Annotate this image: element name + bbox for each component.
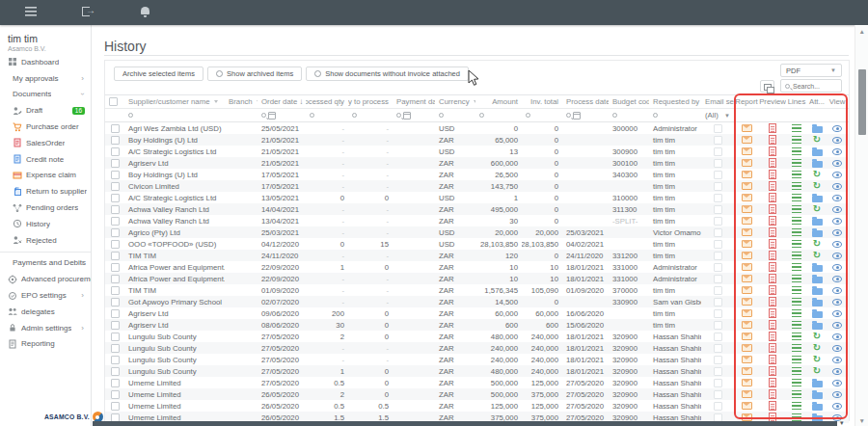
column-header-currency[interactable]: Currency: [435, 97, 475, 106]
attachment-folder-icon[interactable]: [812, 126, 823, 133]
report-email-icon[interactable]: [742, 159, 752, 167]
select-all-checkbox[interactable]: [109, 97, 118, 106]
lines-icon[interactable]: [792, 124, 801, 133]
search-icon[interactable]: [128, 113, 133, 118]
preview-pdf-icon[interactable]: [769, 389, 776, 399]
preview-pdf-icon[interactable]: [769, 135, 776, 145]
lines-icon[interactable]: [792, 309, 801, 318]
row-checkbox[interactable]: [111, 217, 120, 226]
row-checkbox[interactable]: [111, 367, 120, 376]
search-icon[interactable]: [352, 113, 357, 118]
view-eye-icon[interactable]: [832, 206, 842, 213]
attachment-sync-icon[interactable]: ↻: [813, 136, 821, 144]
email-sent-checkbox[interactable]: [714, 124, 722, 133]
filter-icon[interactable]: [214, 100, 218, 103]
table-row[interactable]: Agriserv Ltd21/05/2021--ZAR600,000030010…: [105, 157, 849, 169]
report-email-icon[interactable]: [742, 205, 752, 213]
report-email-icon[interactable]: [742, 413, 752, 421]
view-eye-icon[interactable]: [832, 276, 842, 282]
row-checkbox[interactable]: [111, 240, 120, 249]
report-email-icon[interactable]: [742, 402, 752, 410]
table-row[interactable]: TIM TIM24/11/2020--ZAR120024/11/20203312…: [105, 250, 849, 261]
table-row[interactable]: A/C Strategic Logistics Ltd13/05/202100U…: [105, 192, 849, 203]
sidebar-item-draft[interactable]: Draft16: [0, 102, 91, 119]
view-eye-icon[interactable]: [832, 403, 842, 410]
attachment-folder-icon[interactable]: [812, 219, 823, 226]
search-icon[interactable]: [310, 113, 314, 118]
preview-pdf-icon[interactable]: [769, 251, 776, 260]
lines-icon[interactable]: [792, 171, 801, 179]
preview-pdf-icon[interactable]: [769, 332, 776, 341]
lines-icon[interactable]: [792, 159, 801, 168]
row-checkbox[interactable]: [111, 356, 120, 364]
view-eye-icon[interactable]: [832, 391, 842, 398]
table-row[interactable]: Umeme Limited27/05/20200.50ZAR500,000125…: [105, 377, 849, 388]
view-eye-icon[interactable]: [832, 333, 842, 340]
column-header-budget[interactable]: Budget code: [609, 97, 649, 106]
lines-icon[interactable]: [792, 333, 801, 341]
sidebar-item-advanced-procurement[interactable]: Advanced procurement›: [0, 271, 91, 287]
email-sent-checkbox[interactable]: [714, 217, 722, 226]
report-email-icon[interactable]: [742, 321, 752, 329]
view-eye-icon[interactable]: [832, 148, 842, 155]
export-format-select[interactable]: PDF ▼: [780, 64, 842, 77]
lines-icon[interactable]: [792, 263, 801, 272]
table-row[interactable]: Agri Wes Zambia Ltd (USD)25/05/2021--USD…: [105, 122, 849, 134]
row-checkbox[interactable]: [111, 309, 120, 318]
calendar-icon[interactable]: [403, 112, 411, 120]
preview-pdf-icon[interactable]: [769, 401, 776, 411]
view-eye-icon[interactable]: [832, 345, 842, 352]
report-email-icon[interactable]: [742, 171, 752, 178]
row-checkbox[interactable]: [111, 344, 120, 353]
lines-icon[interactable]: [792, 286, 801, 295]
attachment-folder-icon[interactable]: [812, 381, 823, 387]
column-header-inv[interactable]: Inv. total: [522, 97, 562, 106]
report-email-icon[interactable]: [742, 333, 752, 340]
table-row[interactable]: Umeme Limited26/05/20200.50.5ZAR125,0001…: [105, 400, 849, 412]
report-email-icon[interactable]: [742, 228, 752, 236]
attachment-sync-icon[interactable]: ↻: [813, 252, 821, 259]
lines-icon[interactable]: [792, 136, 801, 145]
email-sent-checkbox[interactable]: [714, 321, 722, 330]
table-row[interactable]: Achwa Valley Ranch Ltd14/04/2021--ZAR495…: [105, 203, 849, 215]
column-header-preview[interactable]: Preview: [759, 97, 786, 106]
row-checkbox[interactable]: [111, 263, 120, 272]
row-checkbox[interactable]: [111, 182, 120, 191]
table-row[interactable]: Lungulu Sub County27/05/2020--ZAR240,000…: [105, 354, 849, 365]
attachment-folder-icon[interactable]: [812, 149, 823, 156]
report-email-icon[interactable]: [742, 182, 752, 190]
lines-icon[interactable]: [792, 379, 801, 387]
toolbar-button-show-archived-items[interactable]: Show archived items: [207, 67, 302, 81]
email-sent-checkbox[interactable]: [714, 205, 722, 214]
search-icon[interactable]: [653, 113, 658, 118]
preview-pdf-icon[interactable]: [769, 239, 776, 249]
column-header-payment[interactable]: Payment date: [393, 97, 435, 106]
calendar-icon[interactable]: [573, 112, 581, 120]
lines-icon[interactable]: [792, 402, 801, 411]
sidebar-item-credit-note[interactable]: Credit note: [0, 151, 91, 168]
report-email-icon[interactable]: [742, 390, 752, 398]
view-eye-icon[interactable]: [832, 322, 842, 329]
attachment-folder-icon[interactable]: [812, 196, 823, 202]
filter-cell-qty[interactable]: [348, 113, 393, 118]
lines-icon[interactable]: [792, 367, 801, 376]
column-header-supplier[interactable]: Supplier/customer name: [124, 97, 225, 106]
row-checkbox[interactable]: [111, 286, 120, 295]
scroll-down-icon[interactable]: ▼: [859, 417, 865, 424]
email-sent-checkbox[interactable]: [714, 309, 722, 318]
filter-cell-amount[interactable]: [475, 113, 522, 118]
row-checkbox[interactable]: [111, 171, 120, 179]
menu-icon[interactable]: [25, 7, 37, 16]
table-row[interactable]: Civicon Limited17/05/2021--ZAR143,7500ti…: [105, 180, 849, 192]
attachment-folder-icon[interactable]: [812, 404, 823, 411]
report-email-icon[interactable]: [742, 298, 752, 306]
logout-icon[interactable]: [82, 7, 90, 16]
email-sent-checkbox[interactable]: [714, 159, 722, 168]
column-header-branch[interactable]: Branch: [225, 97, 258, 106]
lines-icon[interactable]: [792, 298, 801, 306]
report-email-icon[interactable]: [742, 217, 752, 225]
lines-icon[interactable]: [792, 205, 801, 214]
sidebar-item-documents[interactable]: Documents›: [0, 87, 91, 103]
table-row[interactable]: Lungulu Sub County27/05/202020ZAR480,000…: [105, 331, 849, 342]
row-checkbox[interactable]: [111, 275, 120, 283]
